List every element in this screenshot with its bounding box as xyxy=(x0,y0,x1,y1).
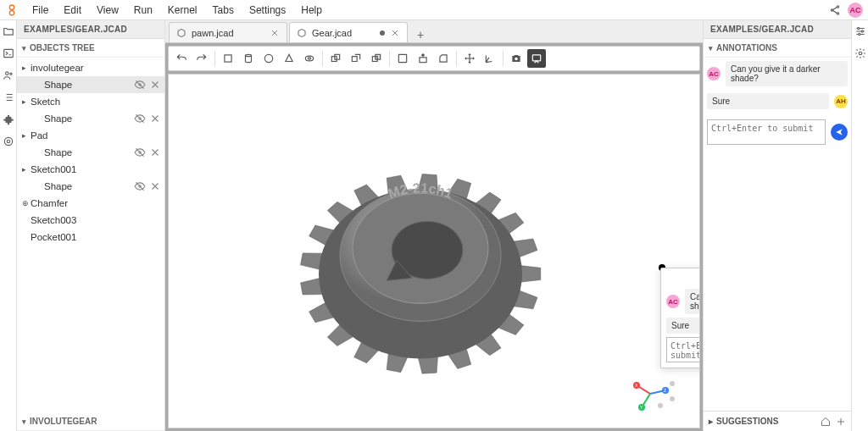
cone-tool[interactable] xyxy=(280,49,298,68)
intersect-tool[interactable] xyxy=(367,49,386,68)
suggestions-header[interactable]: ▸ SUGGESTIONS xyxy=(704,411,851,431)
extrude-tool[interactable] xyxy=(414,49,432,68)
add-tab-button[interactable]: + xyxy=(413,27,428,42)
menu-run[interactable]: Run xyxy=(127,2,159,19)
chat-input[interactable] xyxy=(666,337,700,362)
svg-point-44 xyxy=(857,27,859,29)
chat-message: Can you give it a darker shade? xyxy=(726,61,848,86)
svg-point-1 xyxy=(9,10,14,14)
close-icon[interactable] xyxy=(149,146,161,158)
chamfer-tool[interactable] xyxy=(434,49,453,68)
undo-button[interactable] xyxy=(172,49,191,68)
annotation-tool[interactable] xyxy=(527,49,546,68)
terminal-icon[interactable] xyxy=(3,47,14,59)
chat-message: Sure xyxy=(666,318,700,334)
tree-item-label: Shape xyxy=(44,147,134,157)
tree-row[interactable]: ▸Sketch xyxy=(17,93,164,110)
tab-pawn[interactable]: pawn.jcad xyxy=(169,22,287,42)
avatar-ah: AH xyxy=(834,95,848,108)
close-icon[interactable] xyxy=(149,79,161,91)
close-icon[interactable] xyxy=(149,180,161,192)
box-tool[interactable] xyxy=(219,49,237,68)
svg-point-9 xyxy=(7,140,10,143)
svg-rect-23 xyxy=(398,54,406,62)
sketch-tool[interactable] xyxy=(393,49,412,68)
close-icon[interactable] xyxy=(149,113,161,124)
right-activity-bar xyxy=(851,20,868,431)
tree-row[interactable]: Shape xyxy=(17,76,164,93)
camera-tool[interactable] xyxy=(507,49,526,68)
tree-row[interactable]: ▸Pad xyxy=(17,127,164,144)
tree-item-label: Sketch xyxy=(31,97,161,107)
close-icon[interactable] xyxy=(390,28,400,38)
close-icon[interactable] xyxy=(270,28,280,38)
cad-icon[interactable] xyxy=(3,135,14,147)
tree-item-label: involutegear xyxy=(31,63,161,73)
user-avatar[interactable]: AC xyxy=(848,3,863,18)
menu-kernel[interactable]: Kernel xyxy=(161,2,204,19)
tree-row[interactable]: ⊕Chamfer xyxy=(17,195,164,212)
tree-row[interactable]: Shape xyxy=(17,144,164,161)
menu-edit[interactable]: Edit xyxy=(57,2,88,19)
send-button[interactable] xyxy=(831,124,848,141)
svg-point-7 xyxy=(9,73,11,75)
annotations-header[interactable]: ▾ANNOTATIONS xyxy=(704,39,851,58)
menu-settings[interactable]: Settings xyxy=(242,2,292,19)
move-tool[interactable] xyxy=(460,49,479,68)
3d-viewport[interactable]: M2-21ch1 − ✕ AC Can you give it a darker… xyxy=(168,74,700,428)
tree-item-label: Shape xyxy=(44,80,134,90)
right-panel-title: EXAMPLES/GEAR.JCAD xyxy=(704,20,851,39)
axes-tool[interactable] xyxy=(481,49,499,68)
topbar: File Edit View Run Kernel Tabs Settings … xyxy=(0,0,868,20)
cylinder-tool[interactable] xyxy=(239,49,258,68)
svg-point-4 xyxy=(837,12,838,14)
objects-tree-label: OBJECTS TREE xyxy=(30,43,95,52)
tree-row[interactable]: Pocket001 xyxy=(17,229,164,246)
tree-row[interactable]: ▸involutegear xyxy=(17,59,164,76)
share-icon[interactable] xyxy=(829,4,841,16)
sliders-icon[interactable] xyxy=(854,25,866,37)
plus-icon[interactable] xyxy=(836,417,846,427)
tree-item-label: Pocket001 xyxy=(31,232,161,242)
tree-row[interactable]: Shape xyxy=(17,178,164,195)
cut-tool[interactable] xyxy=(326,49,345,68)
tree-row[interactable]: ▸Sketch001 xyxy=(17,161,164,178)
involutegear-header[interactable]: ▾INVOLUTEGEAR xyxy=(17,412,164,431)
center-area: pawn.jcad Gear.jcad + xyxy=(165,20,703,431)
menu-tabs[interactable]: Tabs xyxy=(206,2,241,19)
folder-icon[interactable] xyxy=(3,25,14,37)
home-icon[interactable] xyxy=(821,417,831,427)
visibility-icon[interactable] xyxy=(134,79,146,91)
svg-point-16 xyxy=(264,54,272,62)
objects-tree-header[interactable]: ▾OBJECTS TREE xyxy=(17,39,164,58)
visibility-icon[interactable] xyxy=(134,180,146,192)
union-tool[interactable] xyxy=(347,49,365,68)
svg-point-18 xyxy=(308,58,311,59)
torus-tool[interactable] xyxy=(300,49,319,68)
tab-gear[interactable]: Gear.jcad xyxy=(289,22,408,42)
annotation-popup[interactable]: − ✕ AC Can you give it a darker shade? A… xyxy=(660,268,700,368)
gear-icon[interactable] xyxy=(854,47,866,59)
visibility-icon[interactable] xyxy=(134,113,146,124)
menu-view[interactable]: View xyxy=(90,2,125,19)
svg-point-0 xyxy=(9,5,14,9)
tree-item-label: Pad xyxy=(31,130,161,141)
svg-point-43 xyxy=(658,403,663,408)
svg-point-47 xyxy=(859,52,862,55)
visibility-icon[interactable] xyxy=(134,146,146,158)
tree-row[interactable]: Sketch003 xyxy=(17,212,164,229)
axis-gizmo[interactable]: X Y Z xyxy=(632,373,679,414)
svg-point-25 xyxy=(515,58,518,61)
redo-button[interactable] xyxy=(192,49,211,68)
menu-file[interactable]: File xyxy=(25,2,55,19)
svg-point-15 xyxy=(246,54,252,56)
left-activity-bar xyxy=(0,20,17,431)
users-icon[interactable] xyxy=(3,69,14,81)
chat-input[interactable] xyxy=(707,119,826,145)
list-icon[interactable] xyxy=(3,91,14,103)
menu-help[interactable]: Help xyxy=(294,2,329,19)
suggestions-label: SUGGESTIONS xyxy=(716,417,778,426)
sphere-tool[interactable] xyxy=(259,49,278,68)
tree-row[interactable]: Shape xyxy=(17,110,164,127)
extension-icon[interactable] xyxy=(3,113,14,125)
